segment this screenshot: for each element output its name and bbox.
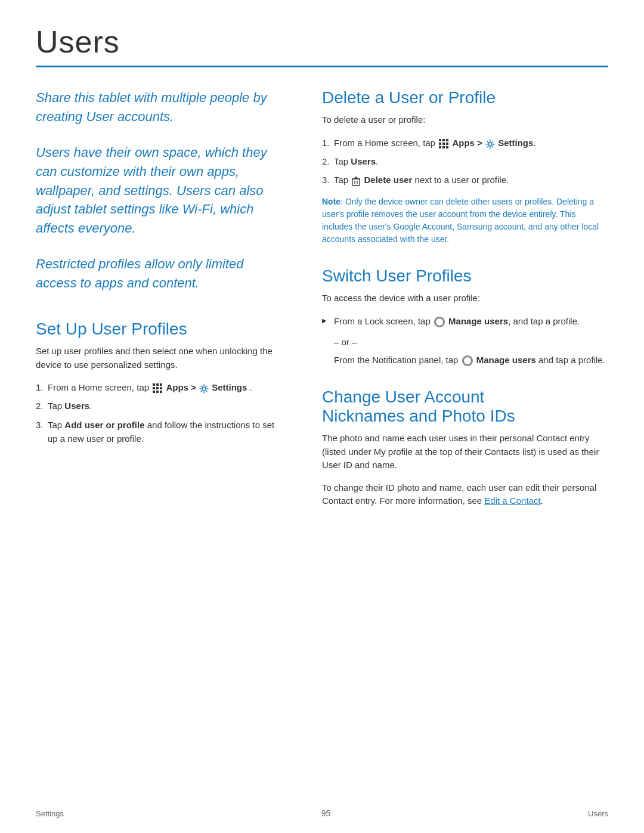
title-divider: [36, 66, 608, 67]
svg-rect-2: [352, 179, 360, 185]
change-account-para1: The photo and name each user uses in the…: [322, 432, 608, 472]
delete-user-bold: Delete user: [364, 175, 413, 185]
page-container: Users Share this tablet with multiple pe…: [0, 0, 644, 833]
set-up-profiles-steps: 1. From a Home screen, tap Apps >: [36, 380, 286, 445]
set-up-profiles-section: Set Up User Profiles Set up user profile…: [36, 320, 286, 445]
right-column: Delete a User or Profile To delete a use…: [322, 88, 608, 529]
delete-step-3: 3. Tap Delete user next to a user o: [322, 173, 608, 187]
settings-bold-2: Settings: [498, 138, 533, 148]
change-account-heading: Change User Account Nicknames and Photo …: [322, 388, 608, 426]
or-divider: – or –: [334, 337, 608, 347]
delete-user-subtext: To delete a user or profile:: [322, 113, 608, 127]
delete-step-1: 1. From a Home screen, tap Apps >: [322, 136, 608, 150]
intro-paragraph-3: Restricted profiles allow only limited a…: [36, 255, 286, 293]
users-bold-1: Users: [64, 401, 89, 411]
svg-point-1: [488, 143, 492, 146]
footer-center-page-num: 95: [321, 809, 331, 818]
apps-bold-2: Apps >: [452, 138, 482, 148]
delete-user-heading: Delete a User or Profile: [322, 88, 608, 107]
manage-users-bold-1: Manage users: [448, 316, 508, 326]
step-num-1: 1.: [36, 380, 44, 394]
set-up-profiles-subtext: Set up user profiles and then select one…: [36, 345, 286, 371]
two-column-layout: Share this tablet with multiple people b…: [36, 88, 608, 529]
intro-paragraph-2: Users have their own space, which they c…: [36, 143, 286, 238]
settings-icon-1: [199, 383, 209, 393]
page-footer: Settings 95 Users: [36, 809, 608, 818]
note-label: Note: [322, 197, 340, 206]
apps-bold-1: Apps >: [166, 382, 196, 392]
switch-bullet-item: From a Lock screen, tap Manage users, an…: [322, 314, 608, 328]
step-3-setup: 3. Tap Add user or profile and follow th…: [36, 418, 286, 446]
delete-step-2: 2. Tap Users.: [322, 154, 608, 168]
left-column: Share this tablet with multiple people b…: [36, 88, 286, 529]
delete-step-num-3: 3.: [322, 173, 330, 187]
footer-right: Users: [588, 809, 608, 818]
apps-icon-1: [153, 383, 162, 393]
settings-icon-2: [485, 139, 495, 148]
delete-note: Note: Only the device owner can delete o…: [322, 196, 608, 246]
step-num-3: 3.: [36, 418, 44, 432]
delete-user-steps: 1. From a Home screen, tap Apps >: [322, 136, 608, 187]
delete-trash-icon: [352, 176, 360, 185]
add-user-bold: Add user or profile: [64, 420, 144, 430]
apps-icon-2: [439, 139, 448, 148]
from-notification-text: From the Notification panel, tap Manage …: [334, 353, 608, 367]
step-1-setup: 1. From a Home screen, tap Apps >: [36, 380, 286, 394]
delete-step-1-text: From a Home screen, tap Apps >: [334, 138, 536, 148]
edit-contact-link[interactable]: Edit a Contact: [484, 496, 540, 506]
step-1-text: From a Home screen, tap Apps >: [48, 382, 252, 392]
delete-step-num-2: 2.: [322, 154, 330, 168]
svg-point-0: [202, 387, 206, 391]
manage-users-bold-2: Manage users: [476, 355, 536, 365]
switch-bullet-list: From a Lock screen, tap Manage users, an…: [322, 314, 608, 328]
delete-user-section: Delete a User or Profile To delete a use…: [322, 88, 608, 246]
change-account-section: Change User Account Nicknames and Photo …: [322, 388, 608, 508]
switch-profiles-section: Switch User Profiles To access the devic…: [322, 267, 608, 367]
switch-profiles-subtext: To access the device with a user profile…: [322, 292, 608, 305]
change-account-para2: To change their ID photo and name, each …: [322, 481, 608, 508]
set-up-profiles-heading: Set Up User Profiles: [36, 320, 286, 339]
step-2-setup: 2. Tap Users.: [36, 399, 286, 413]
page-title: Users: [36, 24, 608, 60]
note-text: : Only the device owner can delete other…: [322, 197, 599, 244]
footer-left: Settings: [36, 809, 64, 818]
step-num-2: 2.: [36, 399, 44, 413]
delete-step-num-1: 1.: [322, 136, 330, 150]
intro-paragraph-1: Share this tablet with multiple people b…: [36, 88, 286, 126]
settings-bold-1: Settings: [212, 382, 247, 392]
switch-profiles-heading: Switch User Profiles: [322, 267, 608, 286]
users-bold-2: Users: [351, 156, 376, 166]
